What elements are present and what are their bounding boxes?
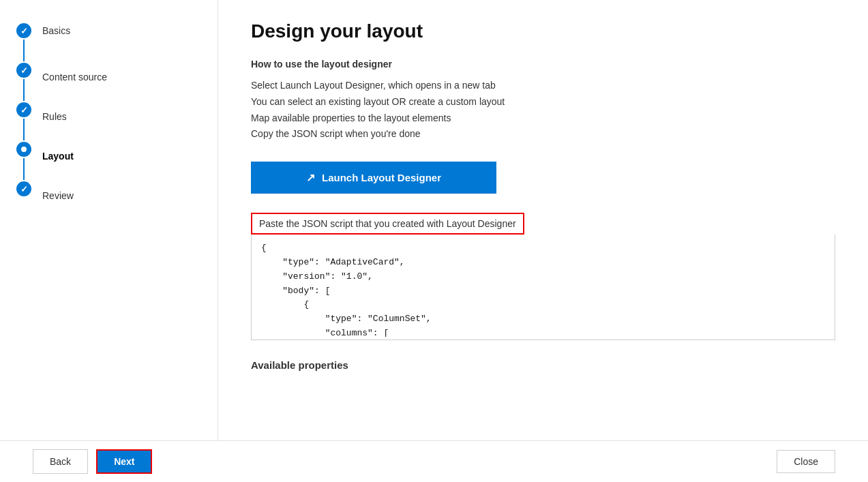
instruction-1: Select Launch Layout Designer, which ope… [251,78,835,94]
connector-rules [23,119,25,140]
external-link-icon: ↗ [306,171,315,184]
step-circle-basics [16,23,31,38]
step-circle-layout [16,142,31,157]
sidebar-item-content-source[interactable]: Content source [0,63,218,102]
sidebar: Basics Content source Rules [0,0,218,440]
json-paste-section: Paste the JSON script that you created w… [251,213,835,340]
step-circle-content-source [16,63,31,78]
sidebar-label-review: Review [42,189,74,201]
connector-layout [23,158,25,180]
instruction-3: Map available properties to the layout e… [251,110,835,127]
sidebar-item-rules[interactable]: Rules [0,102,218,142]
step-circle-review [16,181,31,196]
sidebar-label-layout: Layout [42,149,74,162]
bottom-left-actions: Back Next [33,449,152,474]
sidebar-item-layout[interactable]: Layout [0,142,218,181]
instruction-2: You can select an existing layout OR cre… [251,94,835,110]
main-container: Basics Content source Rules [0,0,868,440]
sidebar-label-basics: Basics [42,23,70,38]
instructions-list: Select Launch Layout Designer, which ope… [251,78,835,142]
sidebar-item-review[interactable]: Review [0,181,218,203]
step-circle-rules [16,102,31,117]
back-button[interactable]: Back [33,449,88,474]
available-properties-heading: Available properties [251,359,835,371]
bottom-bar: Back Next Close [0,440,868,482]
connector-basics [23,40,25,61]
launch-button-label: Launch Layout Designer [322,172,441,183]
instruction-4: Copy the JSON script when you're done [251,126,835,142]
json-textarea[interactable]: { "type": "AdaptiveCard", "version": "1.… [252,235,835,337]
json-textarea-container: { "type": "AdaptiveCard", "version": "1.… [251,235,835,340]
connector-content-source [23,79,25,101]
next-button[interactable]: Next [96,449,152,474]
sidebar-item-basics[interactable]: Basics [0,14,218,63]
page-title: Design your layout [251,20,835,42]
launch-layout-designer-button[interactable]: ↗ Launch Layout Designer [251,162,496,194]
how-to-heading: How to use the layout designer [251,59,835,70]
close-button[interactable]: Close [777,450,835,473]
sidebar-label-rules: Rules [42,110,67,122]
json-paste-label: Paste the JSON script that you created w… [251,213,524,235]
content-area: Design your layout How to use the layout… [218,0,868,440]
sidebar-label-content-source: Content source [42,70,107,82]
